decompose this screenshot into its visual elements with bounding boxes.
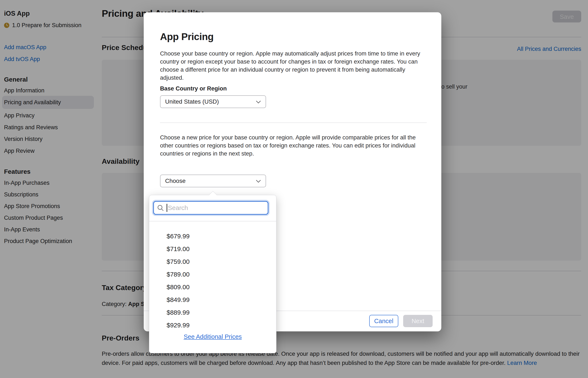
see-additional-prices-wrap: See Additional Prices bbox=[149, 333, 276, 340]
price-option[interactable]: $929.99 bbox=[149, 319, 276, 332]
intro-line: choose a different price for an individu… bbox=[160, 66, 427, 74]
app-store-connect-page: iOS App 1.0 Prepare for Submission Add m… bbox=[0, 0, 588, 378]
price-option[interactable]: $679.99 bbox=[149, 230, 276, 243]
price-dropdown-popover: $679.99 $719.00 $759.00 $789.00 $809.00 … bbox=[149, 195, 276, 353]
intro-line: country or region except your base to ac… bbox=[160, 58, 427, 66]
base-country-select[interactable]: United States (USD) bbox=[160, 95, 266, 108]
price-select-value: Choose bbox=[165, 177, 186, 184]
see-additional-prices-link[interactable]: See Additional Prices bbox=[184, 333, 242, 340]
intro-line: Choose your base country or region. Appl… bbox=[160, 50, 427, 58]
price-option[interactable]: $789.00 bbox=[149, 268, 276, 281]
price-intro-line: countries or regions in the next step. bbox=[160, 149, 427, 158]
price-option[interactable]: $849.99 bbox=[149, 294, 276, 306]
base-country-label: Base Country or Region bbox=[160, 85, 227, 92]
price-option[interactable]: $889.99 bbox=[149, 306, 276, 319]
base-country-value: United States (USD) bbox=[165, 98, 219, 105]
price-option[interactable]: $809.00 bbox=[149, 281, 276, 294]
modal-title: App Pricing bbox=[160, 31, 214, 42]
price-option[interactable]: $759.00 bbox=[149, 255, 276, 268]
chevron-down-icon bbox=[256, 178, 261, 183]
next-button[interactable]: Next bbox=[403, 315, 433, 327]
price-select[interactable]: Choose bbox=[160, 175, 266, 187]
price-intro-line: Choose a new price for your base country… bbox=[160, 134, 427, 142]
intro-line: adjusted. bbox=[160, 74, 427, 82]
price-intro-line: other countries or regions based on tax … bbox=[160, 142, 427, 149]
chevron-down-icon bbox=[256, 99, 261, 104]
divider bbox=[160, 122, 427, 123]
modal-intro-paragraph: Choose your base country or region. Appl… bbox=[160, 50, 427, 82]
search-input[interactable] bbox=[153, 201, 268, 215]
cancel-button[interactable]: Cancel bbox=[369, 315, 398, 327]
price-list: $679.99 $719.00 $759.00 $789.00 $809.00 … bbox=[149, 230, 276, 332]
price-intro-paragraph: Choose a new price for your base country… bbox=[160, 134, 427, 158]
divider bbox=[149, 221, 276, 221]
price-search bbox=[153, 201, 268, 215]
text-caret bbox=[167, 204, 167, 212]
price-option[interactable]: $719.00 bbox=[149, 243, 276, 255]
